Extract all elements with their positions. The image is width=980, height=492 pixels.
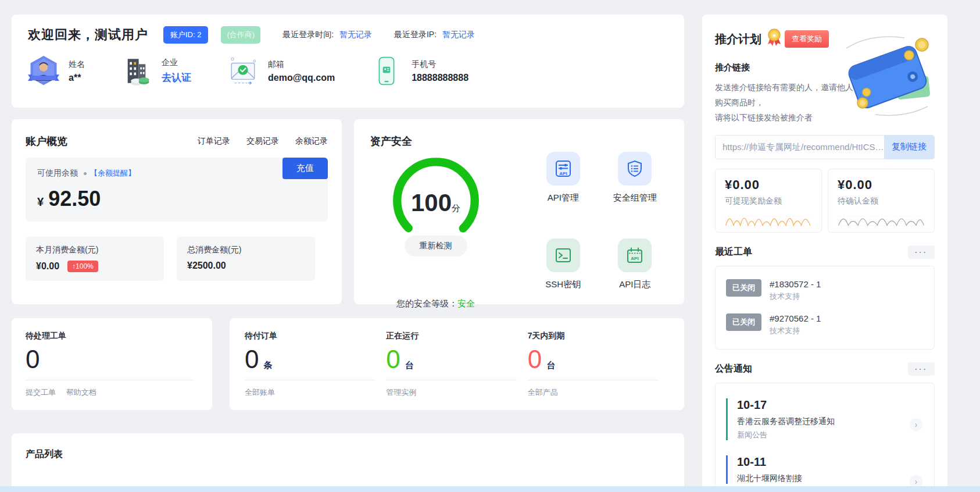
tab-balance-records[interactable]: 余额记录 [295,136,328,147]
security-level: 您的安全等级：安全 [370,298,501,309]
all-bills-link[interactable]: 全部账单 [245,388,275,397]
phone-icon [371,54,402,88]
profile-item-phone: 手机号 18888888888 [371,54,468,88]
account-id-badge: 账户ID: 2 [163,26,208,44]
bottom-strip [0,486,980,492]
welcome-header: 欢迎回来，测试用户 账户ID: 2 (合作商) 最近登录时间: 暂无记录 最近登… [28,26,668,44]
recharge-button[interactable]: 充值 [282,158,328,179]
asset-security-title: 资产安全 [370,134,668,148]
announcement-date: 10-17 [737,398,924,412]
shortcut-api-manage[interactable]: API API管理 [536,152,591,223]
profile-name-label: 姓名 [69,59,85,70]
shortcut-api-manage-label: API管理 [536,192,591,204]
balance-alert-link[interactable]: 【余额提醒】 [90,168,135,179]
total-spend-box: 总消费金额(元) ¥2500.00 [177,237,315,281]
announcement-row[interactable]: 10-11 湖北十堰网络割接 › [726,455,924,484]
pending-tickets-value: 0 [26,345,40,373]
expiring-unit: 台 [546,360,555,370]
partner-badge: (合作商) [221,26,260,44]
security-shortcuts: API API管理 [501,151,668,309]
balance-amount: ¥92.50 [37,187,316,211]
security-score-unit: 分 [452,203,460,213]
withdrawable-label: 可提现奖励金额 [725,196,812,206]
announcements-title: 公告通知 [715,363,752,375]
tab-order-records[interactable]: 订单记录 [198,136,230,147]
expiring-col: 7天内到期 0台 全部产品 [528,331,669,397]
profile-phone-value: 18888888888 [412,73,468,83]
balance-label: 可使用余额 [37,168,78,179]
svg-text:★: ★ [772,33,777,38]
shortcut-ssh-key-label: SSH密钥 [536,279,591,290]
profile-item-email: 邮箱 demo@qq.com [227,54,335,88]
balance-box: 可使用余额 【余额提醒】 充值 ¥92.50 [26,158,328,222]
shortcut-security-group[interactable]: 安全组管理 [608,152,663,223]
month-spend-value: ¥0.00 [36,261,59,272]
ticket-row[interactable]: 已关闭 #9270562 - 1 技术支持 [726,313,924,336]
profile-row: 姓名 a** [28,54,668,88]
referral-url-group: https://帅逼专属网址/recommend/HtICS… 复制链接 [715,135,935,159]
announcement-row[interactable]: 10-17 香港云服务器调整迁移通知 新闻公告 › [726,398,924,440]
running-label: 正在运行 [386,331,527,341]
last-login-ip-value: 暂无记录 [442,30,475,39]
profile-email-label: 邮箱 [268,59,335,70]
divider [245,380,375,380]
view-rewards-button[interactable]: 查看奖励 [785,30,829,48]
ticket-status-badge: 已关闭 [726,279,761,297]
chevron-right-icon[interactable]: › [910,418,922,431]
announcement-date: 10-11 [737,455,924,469]
pending-tickets-label: 待处理工单 [26,331,198,341]
account-overview-card: 账户概览 订单记录 交易记录 余额记录 可使用余额 【余额提醒】 充值 [12,119,342,304]
ticket-status-badge: 已关闭 [726,313,761,331]
security-level-value: 安全 [457,298,475,308]
withdrawable-reward-card: ¥0.00 可提现奖励金额 [715,169,822,233]
last-login-time-label: 最近登录时间: [282,30,334,39]
pending-amount: ¥0.00 [838,177,925,192]
tab-transaction-records[interactable]: 交易记录 [246,136,279,147]
avatar-icon [28,54,59,88]
resource-stats-card: 待付订单 0条 全部账单 正在运行 0台 管理实例 7天内到期 [230,318,684,410]
ticket-category: 技术支持 [770,291,821,302]
announcement-category: 新闻公告 [737,430,924,440]
month-spend-label: 本月消费金额(元) [36,245,153,255]
expiring-label: 7天内到期 [528,331,669,341]
ticket-number: #1830572 - 1 [770,279,821,289]
ticket-category: 技术支持 [770,326,821,336]
last-login-ip-label: 最近登录IP: [394,30,437,39]
announcement-title: 香港云服务器调整迁移通知 [737,416,924,427]
ticket-row[interactable]: 已关闭 #1830572 - 1 技术支持 [726,279,924,302]
unpaid-orders-unit: 条 [263,360,272,370]
wallet-illustration [835,32,939,122]
manage-instances-link[interactable]: 管理实例 [386,388,416,397]
copy-link-button[interactable]: 复制链接 [884,136,934,159]
shortcut-ssh-key[interactable]: SSH密钥 [536,238,591,310]
divider [528,380,659,380]
shortcut-api-log[interactable]: API API日志 [608,238,663,310]
unpaid-orders-label: 待付订单 [245,331,386,341]
referral-url-input[interactable]: https://帅逼专属网址/recommend/HtICS… [716,136,884,159]
help-docs-link[interactable]: 帮助文档 [66,388,96,397]
submit-ticket-link[interactable]: 提交工单 [26,388,56,397]
announcements-more-button[interactable]: ··· [908,362,935,376]
gray-sparkline [838,210,925,227]
security-level-label: 您的安全等级： [396,298,457,308]
orange-sparkline [725,210,812,227]
recheck-button[interactable]: 重新检测 [405,236,467,256]
unpaid-orders-value: 0 [245,345,259,373]
recent-tickets-more-button[interactable]: ··· [908,245,935,259]
main-column: 欢迎回来，测试用户 账户ID: 2 (合作商) 最近登录时间: 暂无记录 最近登… [12,15,684,492]
welcome-card: 欢迎回来，测试用户 账户ID: 2 (合作商) 最近登录时间: 暂无记录 最近登… [12,15,684,108]
referral-card: 推介计划 ★ 查看奖励 [702,15,947,492]
recent-tickets-title: 最近工单 [715,246,752,258]
shortcut-security-group-label: 安全组管理 [608,192,663,204]
dashboard-page: 欢迎回来，测试用户 账户ID: 2 (合作商) 最近登录时间: 暂无记录 最近登… [0,0,980,492]
referral-title: 推介计划 [715,31,761,47]
svg-text:API: API [631,256,639,261]
pending-tickets-card: 待处理工单 0 提交工单 帮助文档 [12,318,212,410]
month-spend-box: 本月消费金额(元) ¥0.00 ↑100% [26,237,164,281]
all-products-link[interactable]: 全部产品 [528,388,558,397]
welcome-title: 欢迎回来，测试用户 [28,26,148,44]
api-manage-icon: API [546,152,580,186]
verify-link[interactable]: 去认证 [162,71,191,84]
asset-security-card: 资产安全 100分 重新检测 您的安全等级：安全 [354,119,684,304]
profile-item-name: 姓名 a** [28,54,85,88]
